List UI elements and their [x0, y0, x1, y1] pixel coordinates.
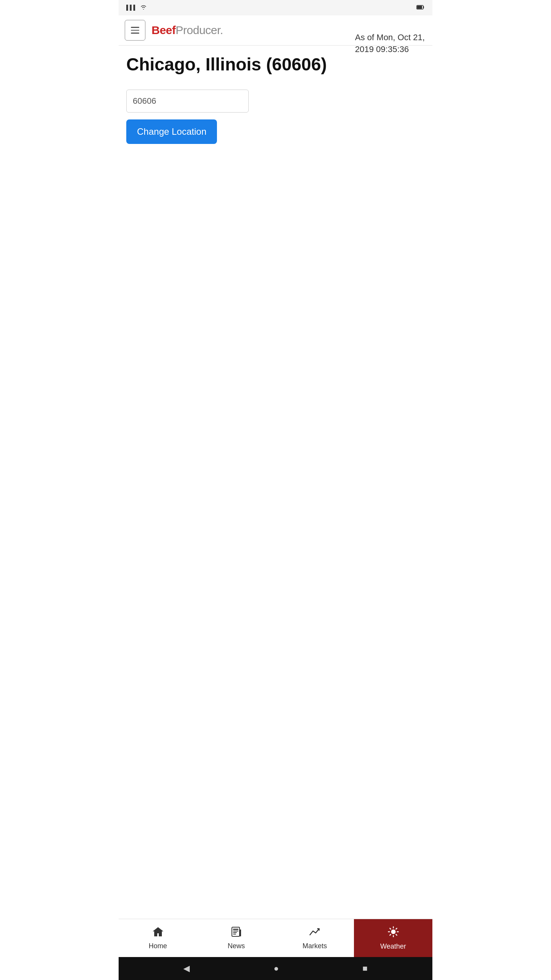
zipcode-input[interactable] [126, 90, 249, 113]
svg-point-8 [391, 929, 396, 934]
markets-icon [309, 926, 321, 940]
hamburger-button[interactable] [125, 20, 145, 41]
android-back-button[interactable]: ◀ [183, 964, 190, 973]
svg-rect-4 [233, 931, 238, 931]
hamburger-line-2 [131, 30, 139, 31]
change-location-button[interactable]: Change Location [126, 119, 217, 144]
status-bar: ▌▌▌ [119, 0, 432, 15]
svg-line-13 [390, 928, 390, 929]
nav-news-label: News [228, 942, 245, 950]
logo-producer: Producer [176, 24, 220, 36]
nav-home[interactable]: Home [119, 919, 197, 957]
svg-line-14 [396, 934, 396, 935]
change-location-label: Change Location [137, 126, 206, 137]
svg-rect-2 [232, 927, 240, 936]
nav-weather-label: Weather [380, 942, 406, 951]
nav-home-label: Home [148, 942, 167, 950]
as-of-label: As of Mon, Oct 21, [355, 33, 425, 42]
android-recent-button[interactable]: ■ [362, 964, 367, 973]
wifi-icon [140, 5, 147, 11]
app-logo: BeefProducer. [152, 24, 223, 37]
svg-rect-6 [233, 934, 236, 934]
nav-weather[interactable]: Weather [354, 919, 432, 957]
svg-line-15 [390, 934, 390, 935]
home-icon [152, 926, 164, 940]
logo-dot: . [220, 24, 223, 36]
main-content: Chicago, Illinois (60606) As of Mon, Oct… [119, 46, 432, 919]
location-row: Chicago, Illinois (60606) As of Mon, Oct… [126, 55, 425, 79]
nav-markets[interactable]: Markets [276, 919, 354, 957]
location-title: Chicago, Illinois (60606) [126, 55, 355, 74]
weather-icon [388, 926, 399, 940]
location-info: Chicago, Illinois (60606) [126, 55, 355, 79]
svg-rect-1 [417, 6, 422, 9]
nav-markets-label: Markets [302, 942, 327, 950]
android-nav-bar: ◀ ● ■ [119, 957, 432, 980]
as-of-date: 2019 09:35:36 [355, 44, 409, 54]
svg-rect-7 [239, 929, 241, 936]
svg-rect-3 [233, 929, 238, 930]
status-right-icons [416, 5, 425, 11]
bottom-nav: Home News Markets [119, 919, 432, 957]
hamburger-line-3 [131, 33, 139, 34]
as-of-text: As of Mon, Oct 21, 2019 09:35:36 [355, 32, 425, 56]
battery-icon [416, 5, 425, 11]
nav-news[interactable]: News [197, 919, 276, 957]
status-left-icons: ▌▌▌ [126, 5, 147, 11]
news-icon [231, 926, 242, 940]
android-home-button[interactable]: ● [274, 964, 279, 973]
hamburger-line-1 [131, 27, 139, 28]
signal-icon: ▌▌▌ [126, 5, 137, 11]
svg-line-16 [396, 928, 396, 929]
logo-beef: Beef [152, 24, 176, 36]
svg-rect-5 [233, 932, 237, 933]
